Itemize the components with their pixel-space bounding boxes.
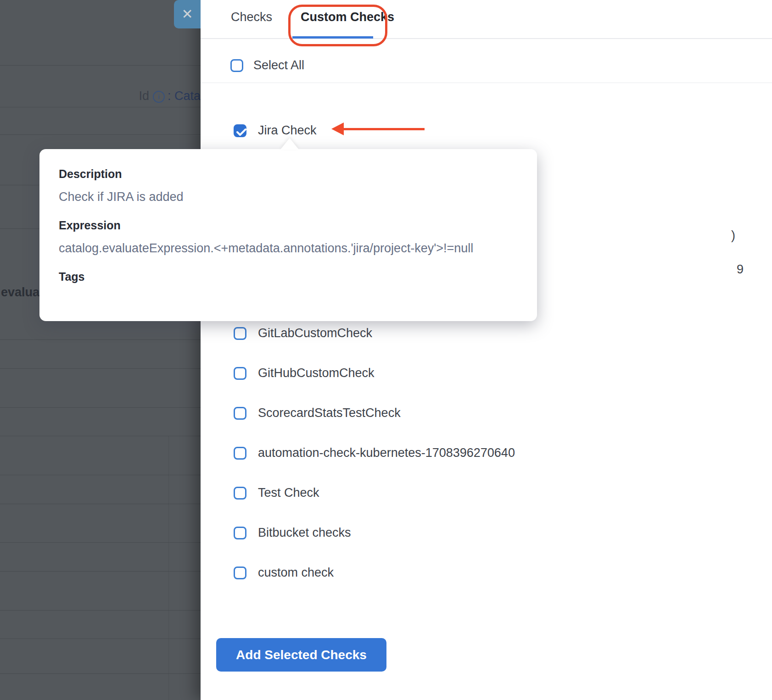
check-label: GitLabCustomCheck bbox=[258, 326, 372, 340]
checkbox-unchecked[interactable] bbox=[234, 367, 246, 380]
background-table-row-line bbox=[0, 610, 201, 611]
add-selected-checks-button[interactable]: Add Selected Checks bbox=[216, 638, 386, 672]
check-row: GitLabCustomCheck bbox=[234, 326, 372, 340]
check-row: automation-check-kubernetes-170839627064… bbox=[234, 446, 515, 460]
tooltip-expression-heading: Expression bbox=[59, 219, 518, 232]
checkbox-unchecked[interactable] bbox=[234, 487, 246, 500]
check-row: Jira Check bbox=[234, 123, 317, 138]
background-table-row-line bbox=[0, 475, 201, 475]
check-row: ScorecardStatsTestCheck bbox=[234, 406, 401, 420]
tab-bar: Checks Custom Checks bbox=[201, 0, 772, 39]
check-row: GitHubCustomCheck bbox=[234, 366, 375, 380]
checkbox-unchecked[interactable] bbox=[234, 447, 246, 460]
background-table-row-line bbox=[0, 673, 201, 674]
catalog-link-fragment: : Cata bbox=[168, 89, 201, 103]
background-table-row-line bbox=[0, 504, 201, 504]
occluded-label-fragment: ) bbox=[731, 228, 735, 243]
id-column-label: Id bbox=[139, 89, 149, 103]
background-table-row-line bbox=[0, 107, 201, 107]
checkbox-unchecked[interactable] bbox=[234, 407, 246, 420]
background-table-row-line bbox=[0, 368, 201, 369]
background-table-row-line bbox=[0, 542, 201, 543]
check-label: custom check bbox=[258, 566, 334, 580]
close-icon: ✕ bbox=[181, 7, 193, 21]
checkbox-unchecked[interactable] bbox=[234, 527, 246, 539]
jira-check-tooltip: Description Check if JIRA is added Expre… bbox=[39, 149, 537, 321]
active-tab-underline bbox=[292, 36, 373, 39]
check-label: ScorecardStatsTestCheck bbox=[258, 406, 401, 420]
tab-checks[interactable]: Checks bbox=[231, 10, 272, 24]
section-divider bbox=[201, 83, 772, 83]
background-table-row-line bbox=[0, 134, 201, 135]
background-table-row-line bbox=[0, 639, 201, 639]
checkbox-unchecked[interactable] bbox=[234, 327, 246, 340]
check-label: automation-check-kubernetes-170839627064… bbox=[258, 446, 515, 460]
tooltip-expression-text: catalog.evaluateExpression.<+metadata.an… bbox=[59, 241, 518, 256]
checks-side-panel: Checks Custom Checks Select All Jira Che… bbox=[201, 0, 772, 700]
background-table-row-line bbox=[0, 339, 201, 340]
check-row: custom check bbox=[234, 566, 334, 580]
tab-custom-checks[interactable]: Custom Checks bbox=[301, 10, 394, 24]
arrow-head-icon bbox=[331, 122, 344, 135]
tooltip-caret bbox=[280, 138, 299, 150]
info-icon: i bbox=[153, 91, 165, 103]
checkbox-unchecked[interactable] bbox=[234, 567, 246, 579]
tooltip-tags-heading: Tags bbox=[59, 270, 518, 283]
select-all-checkbox[interactable] bbox=[230, 59, 243, 72]
check-row: Test Check bbox=[234, 486, 319, 500]
select-all-row: Select All bbox=[230, 58, 304, 72]
dimmed-page-overlay: Idi: Cata evaluat bbox=[0, 0, 201, 700]
occluded-label-fragment: 9 bbox=[737, 262, 744, 277]
background-table-column-divider bbox=[168, 436, 169, 700]
annotation-arrow bbox=[331, 122, 425, 135]
tooltip-description-text: Check if JIRA is added bbox=[59, 190, 518, 204]
select-all-label: Select All bbox=[253, 58, 304, 72]
check-label: Jira Check bbox=[258, 123, 317, 138]
close-button[interactable]: ✕ bbox=[174, 0, 201, 28]
check-label: Bitbucket checks bbox=[258, 526, 351, 540]
background-table-row-line bbox=[0, 407, 201, 408]
check-row: Bitbucket checks bbox=[234, 526, 351, 540]
background-cell-fragment: evaluat bbox=[1, 285, 44, 300]
background-table-row-line bbox=[0, 65, 201, 66]
arrow-shaft bbox=[344, 128, 425, 130]
check-label: GitHubCustomCheck bbox=[258, 366, 375, 380]
background-table-row-line bbox=[0, 571, 201, 572]
background-table-row-line bbox=[0, 436, 201, 436]
background-table-header: Idi: Cata bbox=[0, 89, 201, 103]
checkbox-checked[interactable] bbox=[234, 124, 246, 137]
tooltip-description-heading: Description bbox=[59, 167, 518, 181]
check-label: Test Check bbox=[258, 486, 319, 500]
